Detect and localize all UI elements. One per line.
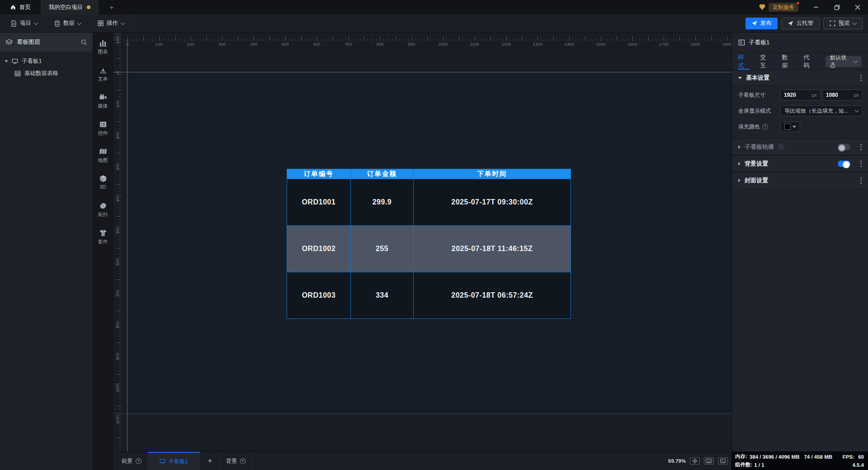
palette-item-map[interactable]: 地图 (93, 147, 113, 175)
palette-item-charts[interactable]: 图表 (93, 39, 113, 66)
new-tab-button[interactable] (106, 2, 118, 13)
field-label: 子看板尺寸 (738, 91, 780, 99)
tree-node-table[interactable]: 基础数据表格 (0, 67, 93, 80)
preview-button[interactable]: 预览 (823, 18, 863, 29)
ruler-label: 900 (115, 353, 120, 360)
section-background[interactable]: 背景设置 (732, 155, 868, 172)
shortcut-keys-button[interactable] (704, 457, 714, 465)
table-row: ORD1001 299.9 2025-07-17T 09:30:00Z (287, 179, 571, 226)
layers-icon (5, 39, 13, 46)
tree-node-subboard[interactable]: 子看板1 (0, 55, 93, 67)
grid-icon (98, 20, 104, 26)
table-cell: 2025-07-18T 11:46:15Z (414, 226, 571, 272)
palette-item-text[interactable]: 文本 (93, 66, 113, 93)
palette-item-3d[interactable]: 3D (93, 175, 113, 202)
tab-code[interactable]: 代码 (804, 53, 815, 70)
section-cover[interactable]: 封面设置 (732, 172, 868, 189)
tab-home[interactable]: 首页 (0, 0, 41, 14)
table-header-row: 订单编号 订单金额 下单时间 (287, 169, 571, 179)
table-cell: 299.9 (351, 179, 414, 226)
table-icon (14, 71, 21, 76)
ruler-label: 300 (115, 163, 120, 171)
map-icon (99, 147, 107, 156)
console-button[interactable] (718, 457, 728, 465)
table-cell: 2025-07-17T 09:30:00Z (414, 179, 571, 226)
ruler-label: 400 (250, 42, 257, 47)
kebab-menu-icon[interactable] (860, 75, 862, 81)
basic-settings-fields: 子看板尺寸 1920 px 1080 px 全屏显示模式 等比缩放（长边填充，短… (732, 86, 868, 138)
kebab-menu-icon[interactable] (860, 144, 862, 150)
background-toggle[interactable] (838, 161, 850, 167)
search-icon[interactable] (80, 39, 87, 46)
canvas-viewport[interactable]: 0100200300400500600700800900100011001200… (113, 33, 731, 451)
add-board-button[interactable] (200, 452, 220, 470)
custom-service-badge[interactable]: 定制服务 (769, 3, 798, 12)
state-select[interactable]: 默认状态 (826, 56, 862, 67)
section-carousel[interactable]: 子看板轮播 (732, 138, 868, 155)
help-icon[interactable] (778, 144, 784, 150)
section-basic-settings[interactable]: 基本设置 (732, 70, 868, 86)
table-row: ORD1002 255 2025-07-18T 11:46:15Z (287, 226, 571, 272)
back-layer-tab[interactable]: 背景 (220, 452, 252, 470)
publish-button[interactable]: 发布 (745, 18, 778, 29)
close-button[interactable] (847, 0, 868, 14)
tab-project[interactable]: 我的空白项目 (41, 0, 99, 14)
preview-label: 预览 (839, 19, 850, 27)
carousel-toggle[interactable] (838, 144, 850, 150)
select-value: 等比缩放（长边填充，短... (784, 107, 853, 115)
minimize-button[interactable] (806, 0, 826, 14)
tab-data[interactable]: 数据 (782, 53, 793, 70)
restore-icon (834, 5, 840, 10)
help-icon[interactable] (762, 124, 768, 130)
ruler-label: 500 (282, 42, 289, 47)
chevron-down-icon (854, 58, 858, 63)
back-tab-label: 背景 (226, 457, 237, 465)
table-row: ORD1003 334 2025-07-18T 06:57:24Z (287, 272, 571, 319)
chevron-down-icon (121, 20, 125, 25)
palette-item-kit[interactable]: 套件 (93, 229, 113, 256)
width-input[interactable]: 1920 px (780, 90, 821, 100)
field-fullscreen-mode: 全屏显示模式 等比缩放（长边填充，短... (738, 105, 863, 116)
paper-plane-icon (751, 20, 757, 26)
palette-item-media[interactable]: 媒体 (93, 93, 113, 120)
ruler-label: 1800 (691, 42, 700, 47)
table-cell: 255 (351, 226, 414, 272)
tab-home-label: 首页 (19, 4, 31, 11)
tab-interaction[interactable]: 交互 (760, 53, 771, 70)
table-cell: 2025-07-18T 06:57:24Z (414, 272, 571, 319)
add-front-icon[interactable] (136, 458, 142, 464)
components-value: 1 / 1 (754, 462, 764, 468)
kebab-menu-icon[interactable] (860, 161, 862, 167)
field-label: 全屏显示模式 (738, 107, 780, 115)
menu-actions[interactable]: 操作 (90, 14, 133, 32)
caret-down-icon[interactable] (5, 60, 8, 62)
ruler-label: 1200 (501, 42, 511, 47)
database-icon (54, 20, 60, 27)
add-back-icon[interactable] (240, 458, 246, 464)
tree-node-label: 子看板1 (22, 57, 42, 65)
front-layer-tab[interactable]: 前景 (116, 452, 148, 470)
palette-item-topology[interactable]: 拓扑 (93, 202, 113, 229)
restore-button[interactable] (826, 0, 847, 14)
ruler-label: -100 (115, 37, 120, 45)
section-label: 封面设置 (745, 176, 768, 185)
inspector-tabs: 样式 交互 数据 代码 默认状态 (732, 53, 868, 70)
fill-color-picker[interactable] (780, 122, 800, 132)
components-label: 组件数: (735, 461, 752, 468)
board-tab-active[interactable]: 子看板1 (148, 452, 200, 470)
cloud-host-button[interactable]: 云托管 (781, 18, 820, 29)
basic-data-table-component[interactable]: 订单编号 订单金额 下单时间 ORD1001 299.9 2025-07-17T… (287, 169, 571, 319)
document-icon (11, 20, 17, 27)
fit-screen-button[interactable] (690, 457, 700, 465)
palette-item-widgets[interactable]: 控件 (93, 120, 113, 147)
fullscreen-mode-select[interactable]: 等比缩放（长边填充，短... (780, 105, 863, 116)
tab-project-label: 我的空白项目 (49, 4, 83, 11)
height-input[interactable]: 1080 px (822, 90, 863, 100)
palette-item-label: 媒体 (98, 103, 108, 109)
tab-style[interactable]: 样式 (738, 53, 750, 70)
zoom-level[interactable]: 69.79% (668, 458, 686, 464)
menu-data[interactable]: 数据 (46, 14, 90, 32)
menu-project[interactable]: 项目 (3, 14, 46, 32)
ruler-label: 1000 (438, 42, 448, 47)
kebab-menu-icon[interactable] (860, 177, 862, 184)
